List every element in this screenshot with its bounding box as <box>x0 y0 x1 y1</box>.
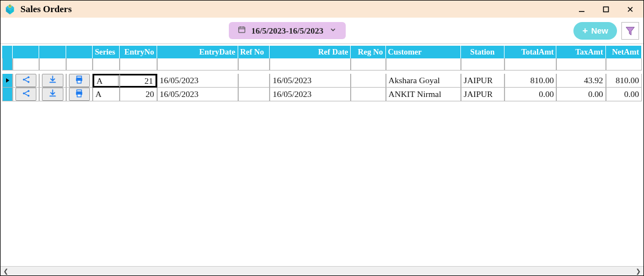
print-icon <box>74 89 84 100</box>
filter-cell[interactable] <box>93 58 120 71</box>
cell-customer[interactable]: ANKIT Nirmal <box>386 88 461 101</box>
filter-cell[interactable] <box>505 58 557 71</box>
col-entryno[interactable]: EntryNo <box>120 46 157 58</box>
cell-customer[interactable]: Akshara Goyal <box>386 74 461 88</box>
col-refdate[interactable]: Ref Date <box>270 46 351 58</box>
cell-series[interactable]: A <box>93 88 120 101</box>
cell-refno[interactable] <box>238 74 270 88</box>
svg-line-12 <box>24 80 28 82</box>
share-cell <box>13 74 39 88</box>
row-indicator[interactable] <box>2 74 13 88</box>
cell-taxamt[interactable]: 43.92 <box>556 74 605 88</box>
cell-station[interactable]: JAIPUR <box>461 88 505 101</box>
print-cell <box>66 74 93 88</box>
print-button[interactable] <box>69 88 90 101</box>
filter-cell[interactable] <box>270 58 351 71</box>
col-entrydate[interactable]: EntryDate <box>157 46 238 58</box>
svg-rect-4 <box>239 27 245 33</box>
chevron-down-icon <box>329 26 337 36</box>
orders-grid[interactable]: Series EntryNo EntryDate Ref No Ref Date… <box>2 46 642 101</box>
cell-totalamt[interactable]: 0.00 <box>505 88 557 101</box>
header-row: Series EntryNo EntryDate Ref No Ref Date… <box>2 46 642 58</box>
date-range-picker[interactable]: 16/5/2023-16/5/2023 <box>229 22 346 39</box>
svg-rect-14 <box>77 76 82 78</box>
filter-cell[interactable] <box>66 58 93 71</box>
filter-row[interactable] <box>2 58 642 71</box>
print-cell <box>66 88 93 101</box>
download-icon <box>48 89 57 100</box>
share-button[interactable] <box>15 74 36 87</box>
filter-cell[interactable] <box>386 58 461 71</box>
scroll-left-button[interactable]: ❮ <box>1 268 10 275</box>
cell-refno[interactable] <box>238 88 270 101</box>
table-row[interactable]: A2116/05/202316/05/2023Akshara GoyalJAIP… <box>2 74 642 88</box>
cell-regno[interactable] <box>351 74 385 88</box>
cell-taxamt[interactable]: 0.00 <box>556 88 605 101</box>
col-action-print <box>66 46 93 58</box>
horizontal-scrollbar[interactable]: ❮ ❯ <box>1 266 643 275</box>
col-action-download <box>39 46 66 58</box>
cell-entryno[interactable]: 21 <box>120 74 157 88</box>
download-icon <box>48 75 57 86</box>
cell-totalamt[interactable]: 810.00 <box>505 74 557 88</box>
download-button[interactable] <box>42 74 63 87</box>
toolbar: 16/5/2023-16/5/2023 + New <box>1 18 643 44</box>
share-icon <box>22 75 31 86</box>
cell-refdate[interactable]: 16/05/2023 <box>270 74 351 88</box>
filter-cell[interactable] <box>238 58 270 71</box>
maximize-button[interactable] <box>596 1 616 18</box>
col-netamt[interactable]: NetAmt <box>606 46 642 58</box>
filter-cell[interactable] <box>556 58 605 71</box>
row-indicator[interactable] <box>2 88 13 101</box>
svg-rect-3 <box>604 7 609 12</box>
scroll-track[interactable] <box>10 267 634 275</box>
col-regno[interactable]: Reg No <box>351 46 385 58</box>
cell-netamt[interactable]: 0.00 <box>606 88 642 101</box>
cell-entrydate[interactable]: 16/05/2023 <box>157 88 238 101</box>
cell-netamt[interactable]: 810.00 <box>606 74 642 88</box>
share-icon <box>22 89 31 100</box>
col-totalamt[interactable]: TotalAmt <box>505 46 557 58</box>
col-series[interactable]: Series <box>93 46 120 58</box>
cell-refdate[interactable]: 16/05/2023 <box>270 88 351 101</box>
col-station[interactable]: Station <box>461 46 505 58</box>
filter-cell[interactable] <box>157 58 238 71</box>
download-cell <box>39 88 66 101</box>
cell-entrydate[interactable]: 16/05/2023 <box>157 74 238 88</box>
svg-rect-2 <box>579 11 584 12</box>
filter-indicator <box>2 58 13 71</box>
new-button-label: New <box>591 26 608 35</box>
scroll-right-button[interactable]: ❯ <box>634 268 643 275</box>
download-button[interactable] <box>42 88 63 101</box>
minimize-button[interactable] <box>572 1 592 18</box>
close-button[interactable] <box>620 1 640 18</box>
col-indicator <box>2 46 13 58</box>
download-cell <box>39 74 66 88</box>
filter-button[interactable] <box>621 22 639 40</box>
filter-cell[interactable] <box>13 58 39 71</box>
col-action-share <box>13 46 39 58</box>
col-refno[interactable]: Ref No <box>238 46 270 58</box>
svg-line-11 <box>24 77 28 79</box>
filter-cell[interactable] <box>606 58 642 71</box>
filter-cell[interactable] <box>39 58 66 71</box>
filter-cell[interactable] <box>351 58 385 71</box>
cell-series[interactable]: A <box>93 74 120 88</box>
table-row[interactable]: A2016/05/202316/05/2023ANKIT NirmalJAIPU… <box>2 88 642 101</box>
share-cell <box>13 88 39 101</box>
new-button[interactable]: + New <box>573 22 617 40</box>
svg-line-20 <box>24 91 28 93</box>
col-customer[interactable]: Customer <box>386 46 461 58</box>
cell-station[interactable]: JAIPUR <box>461 74 505 88</box>
svg-rect-23 <box>77 90 82 92</box>
title-bar: $ Sales Orders <box>1 1 643 18</box>
cell-regno[interactable] <box>351 88 385 101</box>
col-taxamt[interactable]: TaxAmt <box>556 46 605 58</box>
filter-cell[interactable] <box>461 58 505 71</box>
calendar-icon <box>238 25 246 36</box>
cell-entryno[interactable]: 20 <box>120 88 157 101</box>
print-button[interactable] <box>69 74 90 87</box>
share-button[interactable] <box>15 88 36 101</box>
filter-cell[interactable] <box>120 58 157 71</box>
date-range-text: 16/5/2023-16/5/2023 <box>251 26 324 36</box>
